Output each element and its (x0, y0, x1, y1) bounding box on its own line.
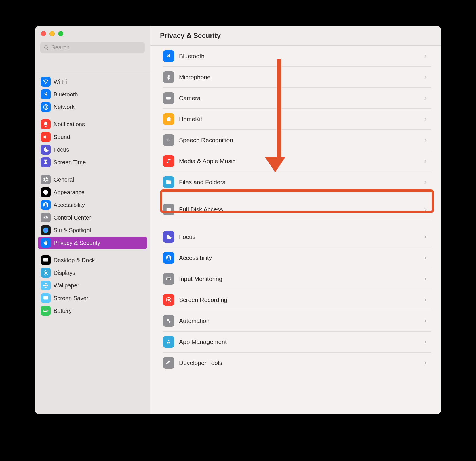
settings-row-speech-recognition[interactable]: Speech Recognition› (163, 130, 431, 151)
settings-row-accessibility[interactable]: Accessibility› (163, 247, 431, 268)
svg-point-7 (43, 228, 48, 233)
settings-row-microphone[interactable]: Microphone› (163, 67, 431, 88)
svg-point-4 (46, 216, 47, 217)
globe-icon (41, 102, 51, 112)
sidebar-item-privacy-security[interactable]: Privacy & Security (38, 237, 147, 249)
settings-row-input-monitoring[interactable]: Input Monitoring› (163, 268, 431, 289)
apps-icon (163, 336, 174, 348)
settings-row-files-and-folders[interactable]: Files and Folders› (163, 172, 431, 193)
svg-point-26 (168, 256, 170, 258)
svg-rect-17 (44, 297, 46, 298)
disk-icon (163, 204, 174, 215)
row-label: Developer Tools (179, 359, 420, 366)
sidebar-item-general[interactable]: General (38, 173, 147, 186)
sidebar-item-notifications[interactable]: Notifications (38, 118, 147, 131)
row-label: Input Monitoring (179, 275, 420, 282)
chevron-right-icon: › (424, 317, 429, 325)
keyboard-icon (163, 273, 174, 285)
close-button[interactable] (41, 31, 46, 36)
main-header: Privacy & Security (150, 26, 441, 46)
sidebar-item-control-center[interactable]: Control Center (38, 211, 147, 224)
settings-row-automation[interactable]: Automation› (163, 310, 431, 332)
chevron-right-icon: › (424, 73, 429, 81)
chevron-right-icon: › (424, 206, 429, 213)
row-gap (163, 193, 431, 199)
chevron-right-icon: › (424, 359, 429, 367)
speaker-icon (41, 132, 51, 142)
svg-rect-28 (167, 278, 167, 279)
bluetooth-icon (41, 89, 51, 99)
row-label: Microphone (179, 74, 420, 81)
settings-row-developer-tools[interactable]: Developer Tools› (163, 353, 431, 373)
sidebar-item-label: General (54, 176, 74, 183)
svg-rect-24 (167, 210, 170, 210)
settings-row-camera[interactable]: Camera› (163, 88, 431, 109)
sidebar-item-label: Screen Time (54, 159, 86, 166)
sidebar-item-screen-time[interactable]: Screen Time (38, 156, 147, 169)
svg-rect-32 (170, 278, 171, 279)
settings-list-container: Bluetooth›Microphone›Camera›HomeKit›Spee… (150, 46, 441, 414)
wave-icon (163, 134, 174, 146)
sidebar-item-focus[interactable]: Focus (38, 143, 147, 156)
sidebar-item-wi-fi[interactable]: Wi-Fi (38, 75, 147, 88)
wifi-icon (41, 77, 51, 87)
svg-point-35 (167, 299, 170, 301)
settings-row-bluetooth[interactable]: Bluetooth› (163, 46, 431, 67)
search-input[interactable] (51, 44, 141, 51)
chevron-right-icon: › (424, 233, 429, 241)
search-icon (44, 45, 49, 51)
settings-row-full-disk-access[interactable]: Full Disk Access› (163, 199, 431, 220)
appearance-icon (41, 187, 51, 197)
settings-window: Wi-FiBluetoothNetworkNotificationsSoundF… (35, 26, 441, 414)
svg-point-10 (45, 272, 47, 274)
sidebar-item-battery[interactable]: Battery (38, 304, 147, 317)
bluetooth-icon (163, 50, 174, 62)
dock-icon (41, 255, 51, 265)
sidebar-item-label: Privacy & Security (54, 240, 100, 246)
settings-row-homekit[interactable]: HomeKit› (163, 109, 431, 130)
sidebar-item-label: Network (54, 104, 75, 111)
svg-rect-33 (167, 279, 170, 280)
row-label: HomeKit (179, 116, 420, 123)
row-label: Screen Recording (179, 296, 420, 303)
chevron-right-icon: › (424, 52, 429, 60)
sidebar-item-desktop-dock[interactable]: Desktop & Dock (38, 254, 147, 266)
sidebar-item-siri-spotlight[interactable]: Siri & Spotlight (38, 224, 147, 237)
settings-row-media-apple-music[interactable]: Media & Apple Music› (163, 151, 431, 172)
sidebar-item-label: Bluetooth (54, 91, 78, 98)
sidebar-item-accessibility[interactable]: Accessibility (38, 199, 147, 211)
sidebar-item-appearance[interactable]: Appearance (38, 186, 147, 199)
sidebar-item-bluetooth[interactable]: Bluetooth (38, 88, 147, 101)
sidebar-item-label: Wallpaper (54, 282, 79, 289)
sidebar-item-network[interactable]: Network (38, 101, 147, 113)
sidebar-item-screen-saver[interactable]: Screen Saver (38, 292, 147, 304)
svg-point-6 (47, 218, 48, 220)
svg-point-11 (45, 285, 47, 286)
sidebar-item-label: Accessibility (54, 202, 85, 208)
person-icon (41, 200, 51, 210)
row-label: Files and Folders (179, 179, 420, 186)
sidebar-item-wallpaper[interactable]: Wallpaper (38, 279, 147, 292)
sidebar-item-displays[interactable]: Displays (38, 266, 147, 279)
row-label: Accessibility (179, 254, 420, 261)
svg-rect-30 (168, 278, 169, 279)
moon-icon (41, 145, 51, 155)
row-label: Camera (179, 95, 420, 102)
svg-point-15 (47, 285, 49, 286)
hammer-icon (163, 357, 174, 369)
row-label: App Management (179, 338, 420, 345)
sidebar-item-label: Siri & Spotlight (54, 227, 91, 234)
minimize-button[interactable] (49, 31, 55, 36)
sidebar: Wi-FiBluetoothNetworkNotificationsSoundF… (35, 26, 150, 414)
settings-row-screen-recording[interactable]: Screen Recording› (163, 289, 431, 310)
sidebar-item-sound[interactable]: Sound (38, 131, 147, 143)
chevron-right-icon: › (424, 178, 429, 186)
settings-row-focus[interactable]: Focus› (163, 226, 431, 247)
row-label: Speech Recognition (179, 137, 420, 144)
search-field[interactable] (40, 42, 145, 53)
maximize-button[interactable] (58, 31, 63, 36)
sidebar-item-label: Appearance (54, 189, 85, 196)
settings-row-app-management[interactable]: App Management› (163, 332, 431, 353)
svg-rect-9 (43, 261, 48, 262)
row-label: Media & Apple Music (179, 158, 420, 165)
